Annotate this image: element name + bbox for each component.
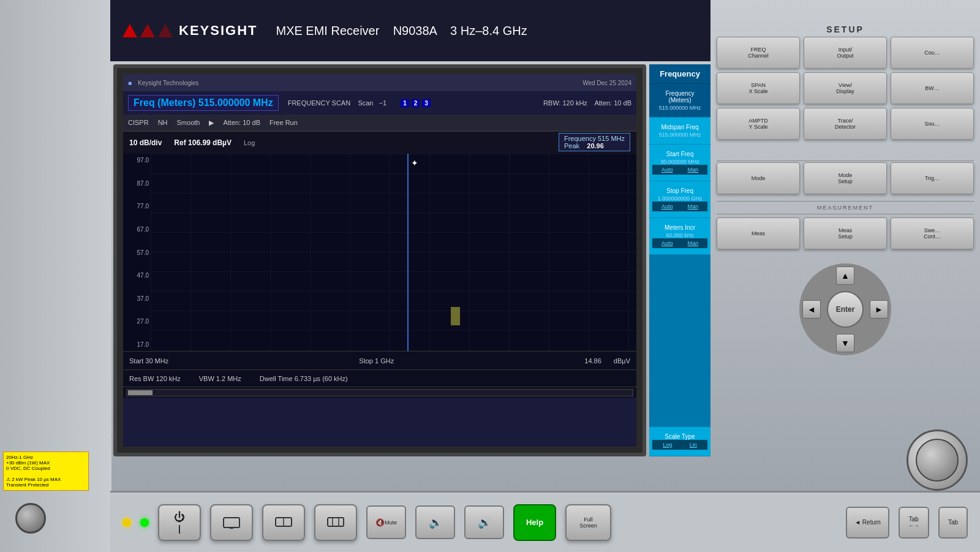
nav-cross: ▲ ▼ ◄ ► Enter: [799, 263, 891, 355]
meas-setup-btn[interactable]: MeasSetup: [804, 217, 887, 249]
vol-up-btn[interactable]: 🔊: [464, 505, 504, 539]
btn-display1[interactable]: [210, 504, 253, 541]
freq-menu-title: Frequency: [649, 64, 710, 84]
display-area: ■ Keysight Technologies Wed Dec 25 2024 …: [113, 64, 646, 456]
freq-display: Freq (Meters) 515.000000 MHz: [128, 95, 279, 111]
view-display-btn[interactable]: View/Display: [804, 72, 887, 104]
warning-label: 20Hz-1 GHz +30 dBm (1W) MAX 0 VDC, DC Co…: [3, 452, 89, 491]
nh-label: NH: [158, 119, 168, 126]
nav-down-btn[interactable]: ▼: [836, 334, 854, 352]
scrollbar-thumb[interactable]: [128, 390, 153, 395]
screen: ■ Keysight Technologies Wed Dec 25 2024 …: [123, 74, 636, 447]
midspan-freq-btn[interactable]: Midspan Freq 515.000000 MHz: [649, 118, 710, 145]
nav-left-btn[interactable]: ◄: [802, 300, 821, 319]
led-active: [140, 518, 149, 527]
nav-right-btn[interactable]: ►: [870, 300, 888, 319]
free-run-label: Free Run: [270, 119, 298, 126]
dwell-label: Dwell Time 6.733 µs (60 kHz): [260, 375, 348, 382]
atten-label: Atten: 10 dB: [223, 119, 260, 126]
tab1-btn[interactable]: Tab ←→: [899, 507, 929, 539]
freq-bar: Freq (Meters) 515.000000 MHz FREQUENCY S…: [123, 91, 636, 115]
log-label: Log: [244, 139, 255, 146]
svg-rect-5: [224, 518, 239, 527]
rotary-knob[interactable]: [907, 429, 968, 491]
status-bar-1: Start 30 MHz Stop 1 GHz 14.86 dBµV: [123, 351, 636, 369]
vol-down-btn[interactable]: 🔈: [415, 505, 455, 539]
smooth-label: Smooth: [177, 119, 200, 126]
meas-btn[interactable]: Meas: [717, 217, 800, 249]
svg-rect-9: [328, 518, 344, 526]
start-freq-btn[interactable]: Start Freq 30.000000 MHz Auto Man: [649, 145, 710, 181]
y-label-47: 47.0: [124, 272, 151, 279]
rbw-info: RBW: 120 kHz Atten: 10 dB: [543, 99, 631, 107]
span-xscale-btn[interactable]: SPANX Scale: [717, 72, 800, 104]
chart-svg: ✦: [151, 154, 636, 351]
svg-rect-1: [151, 154, 636, 351]
cou-btn[interactable]: Cou…: [891, 37, 974, 69]
mute-btn[interactable]: 🔇 Mute: [366, 505, 406, 539]
meters-incr-auto[interactable]: Auto: [662, 240, 673, 246]
input-output-btn[interactable]: Input/Output: [804, 37, 887, 69]
full-screen-btn[interactable]: FullScreen: [565, 504, 611, 541]
trace-detector-btn[interactable]: Trace/Detector: [804, 108, 887, 140]
amptd-yscale-btn[interactable]: AMPTDY Scale: [717, 108, 800, 140]
y-label-37: 37.0: [124, 295, 151, 302]
knob-inner: [916, 439, 959, 482]
trig-btn[interactable]: Trig…: [891, 162, 974, 194]
y-axis-labels: 97.0 87.0 77.0 67.0 57.0 47.0 37.0 27.0 …: [124, 154, 151, 351]
nav-enter-btn[interactable]: Enter: [827, 291, 864, 328]
chart-info-bar: 10 dB/div Ref 106.99 dBµV Log Frequency …: [123, 132, 636, 154]
sou-btn[interactable]: Sou…: [891, 108, 974, 140]
rf-connector: [15, 503, 46, 534]
stop-freq-auto[interactable]: Auto: [662, 203, 673, 210]
return-btn[interactable]: ◄ Return: [846, 507, 889, 539]
knob-outer[interactable]: [907, 429, 968, 491]
header-model: MXE EMI Receiver N9038A 3 Hz–8.4 GHz: [276, 24, 527, 38]
stop-freq-man[interactable]: Man: [687, 203, 698, 210]
mode-setup-btn[interactable]: ModeSetup: [804, 162, 887, 194]
help-btn[interactable]: Help: [513, 504, 556, 541]
btn-display3[interactable]: [314, 504, 357, 541]
stop-freq-btn[interactable]: Stop Freq 1.000000000 GHz Auto Man: [649, 181, 710, 218]
toolbar-row: CISPR NH Smooth ▶ Atten: 10 dB Free Run: [123, 115, 636, 130]
measurement-label: MEASUREMENT: [717, 203, 974, 213]
scrollbar[interactable]: [126, 389, 633, 396]
ref-level-label: Ref 106.99 dBµV: [174, 138, 232, 147]
scan-info: FREQUENCY SCAN Scan −1: [288, 99, 387, 107]
led-power: [123, 518, 131, 527]
btn-display2[interactable]: [262, 504, 305, 541]
freq-meters-btn[interactable]: Frequency(Meters) 515.000000 MHz: [649, 84, 710, 118]
nav-circle: ▲ ▼ ◄ ► Enter: [799, 263, 891, 355]
right-freq-menu: Frequency Frequency(Meters) 515.000000 M…: [649, 64, 710, 456]
y-label-57: 57.0: [124, 249, 151, 256]
power-btn[interactable]: ⏻ |: [158, 504, 201, 541]
bw-btn[interactable]: BW…: [891, 72, 974, 104]
cursor-val-label: 14.86: [584, 357, 601, 365]
cispr-label: CISPR: [128, 119, 149, 126]
swe-cont-btn[interactable]: Swe…Cont…: [891, 217, 974, 249]
start-freq-label: Start 30 MHz: [129, 357, 168, 365]
keysight-logo: KEYSIGHT: [123, 23, 257, 39]
left-panel: RF INPUT 2 (50Ω) 20Hz-1 GHz +30 dBm (1W)…: [0, 0, 111, 552]
scale-type-btn[interactable]: Scale Type Log Lin: [649, 427, 710, 456]
logo-icon: [123, 24, 173, 37]
meters-incr-btn[interactable]: Meters Incr 60.000 kHz Auto Man: [649, 218, 710, 255]
scale-log[interactable]: Log: [663, 442, 672, 448]
chart-container: 10 dB/div Ref 106.99 dBµV Log Frequency …: [123, 130, 636, 351]
y-label-97: 97.0: [124, 157, 151, 164]
unit-label: dBµV: [614, 357, 630, 365]
nav-up-btn[interactable]: ▲: [836, 267, 854, 285]
scale-lin[interactable]: Lin: [690, 442, 697, 448]
y-label-17: 17.0: [124, 341, 151, 348]
meters-incr-man[interactable]: Man: [687, 240, 698, 246]
freq-channel-btn[interactable]: FREQChannel: [717, 37, 800, 69]
mode-btn[interactable]: Mode: [717, 162, 800, 194]
stop-freq-label: Stop 1 GHz: [359, 357, 394, 365]
scrollbar-track[interactable]: [123, 387, 636, 398]
brand-name: KEYSIGHT: [179, 23, 257, 39]
start-freq-auto[interactable]: Auto: [662, 167, 673, 173]
buttons-panel: SETUP FREQChannel Input/Output Cou… SPAN…: [710, 0, 980, 552]
btn-grid: FREQChannel Input/Output Cou… SPANX Scal…: [717, 37, 974, 140]
start-freq-man[interactable]: Man: [687, 167, 698, 173]
tab2-btn[interactable]: Tab: [938, 507, 968, 539]
